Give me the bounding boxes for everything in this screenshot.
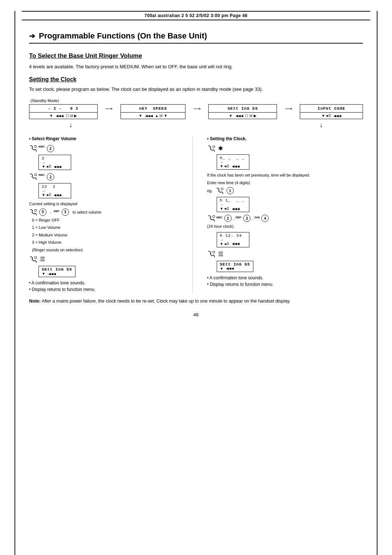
col-left-title: • Select Ringer Volume <box>29 136 185 141</box>
step-phone-key2-1: ABC 2 <box>29 145 185 152</box>
down-arrows-row: ↓ ↓ <box>29 121 363 129</box>
volume-item-1: 1 = Low Volume <box>32 224 185 231</box>
flow-spacer-1 <box>97 113 121 119</box>
volume-list: 0 = Ringer OFF 1 = Low Volume 2 = Medium… <box>32 217 185 253</box>
lcd-1-right-line2: → <box>220 160 246 164</box>
page-container: 700al australian 2 5 02 2/5/02 3:00 pm P… <box>0 11 392 555</box>
lcd-2-right-line1: h 1_ _ _ <box>220 198 246 203</box>
bullet-right-1: • A confirmation tone sounds. <box>207 275 363 280</box>
lcd-setting-line2-right: ▼ ◀◀◀ <box>220 267 250 271</box>
phone-icon-5 <box>207 145 215 152</box>
lcd-1-dots: ◀◀◀ <box>54 165 61 169</box>
phone-icon-8 <box>207 251 215 257</box>
lcd-1-line3: ▼◄0 ◀◀◀ <box>42 165 68 169</box>
flow-row-bottom: ▼ ◀◀◀ ☐ or ▶ ▼ ◀◀◀ ▲ or ▼ ▼ ◀◀◀ <box>29 113 363 119</box>
def-sup-3: DEF <box>236 216 241 221</box>
flow-diagram: (Standby Mode) - I - 0 I ⟶ nEY SPEEd ⟶ S… <box>29 98 363 129</box>
lcd-setting-line2-left: ▼ ◀◀◀ <box>42 272 72 276</box>
bullets-right: • A confirmation tone sounds. • Display … <box>207 275 363 287</box>
lcd-3-right-line2: → <box>220 238 246 242</box>
abc-superscript-2: ABC <box>38 173 45 178</box>
lcd-setting-left: SEtt InG b5 ▼ ◀◀◀ <box>38 266 75 277</box>
lcd-3-right-line3: ▼◄0 ◀◀◀ <box>220 242 246 246</box>
lcd-2-line1: 22 2 <box>42 185 68 189</box>
dash-separator: - <box>50 210 51 214</box>
step-phone-key2-2: ABC 2 <box>29 173 185 181</box>
lcd-2-right-dots: ◀◀◀ <box>232 207 240 211</box>
step-phone-menu-left: ☰ <box>29 256 185 263</box>
lcd-1-indicator: ▼◄0 <box>42 165 51 169</box>
svg-point-5 <box>221 188 223 190</box>
lcd-1-right: h_ _ _ _ → ▼◄0 ◀◀◀ <box>217 154 249 170</box>
lcd-3-right-dots: ◀◀◀ <box>232 242 240 246</box>
step-phone-menu-right: ☰ <box>207 251 363 258</box>
menu-icon-right: ☰ <box>218 251 223 258</box>
bullets-left: • A confirmation tone sounds. • Display … <box>29 280 185 292</box>
main-title-text: Programmable Functions (On the Base Unit… <box>39 31 207 41</box>
bullet-left-1: • A confirmation tone sounds. <box>29 280 185 285</box>
flow-cell-1-top: - I - 0 I <box>29 105 98 113</box>
flow-cell-4-bottom: ▼◄0 ◀◀◀ <box>300 113 363 119</box>
lcd-2-indicator: ▼◄0 <box>42 193 51 197</box>
note-body: After a mains power failure, the clock n… <box>41 299 290 304</box>
lcd-2-line3: ▼◄0 ◀◀◀ <box>42 193 68 197</box>
section2-body: To set clock, please program as below. T… <box>29 86 363 93</box>
lcd-2-left: 22 2 → ▼◄0 ◀◀◀ <box>38 183 71 198</box>
flow-cell-1-bottom: ▼ ◀◀◀ ☐ or ▶ <box>29 113 98 119</box>
abc-superscript-1: ABC <box>38 145 45 150</box>
two-column-layout: • Select Ringer Volume ABC 2 2 → <box>29 136 363 293</box>
step-phone-star: ✱ <box>207 145 363 152</box>
key-badge-0: 0 <box>39 208 46 216</box>
comma-2: , <box>252 216 253 220</box>
header-bar: 700al australian 2 5 02 2/5/02 3:00 pm P… <box>22 11 370 20</box>
note-text: Note: After a mains power failure, the c… <box>29 298 363 305</box>
lcd-3-right: h 12- 34 → ▼◄0 ◀◀◀ <box>217 232 249 247</box>
clock-set-text: If the clock has been set previously, ti… <box>207 172 363 178</box>
lcd-setting-indicator-right: ▼ <box>220 267 224 271</box>
bullet-right-2: • Display returns to function menu. <box>207 282 363 287</box>
to-select-text: to select volume <box>73 210 101 214</box>
menu-icon-left: ☰ <box>40 256 45 263</box>
star-icon: ✱ <box>218 145 223 152</box>
section1-title: To Select the Base Unit Ringer Volume <box>29 52 363 60</box>
down-arrow-left: ↓ <box>29 121 113 129</box>
key-badge-1: 1 <box>226 187 234 194</box>
lcd-1-line2: → <box>42 161 68 165</box>
enter-time-text: Enter new time (4 digits) <box>207 180 363 186</box>
lcd-2-right-indicator: ▼◄0 <box>220 207 229 211</box>
lcd-2-right: h 1_ _ _ → ▼◄0 ◀◀◀ <box>217 197 249 212</box>
svg-point-4 <box>213 146 215 148</box>
volume-item-3: 3 = High Volume <box>32 239 185 246</box>
flow-row-top: - I - 0 I ⟶ nEY SPEEd ⟶ SEtt InG b5 ⟶ In… <box>29 105 363 113</box>
flow-cell-3-top: SEtt InG b5 <box>209 105 277 113</box>
flow-spacer-2 <box>185 113 209 119</box>
phone-icon-4 <box>29 256 37 263</box>
lcd-2-right-line3: ▼◄0 ◀◀◀ <box>220 207 246 211</box>
svg-point-6 <box>213 215 215 218</box>
key-badge-2-r: 2 <box>224 215 232 222</box>
key-badge-4-r: 4 <box>261 215 269 222</box>
key-badge-2-1: 2 <box>47 145 54 152</box>
flow-table: - I - 0 I ⟶ nEY SPEEd ⟶ SEtt InG b5 ⟶ In… <box>29 104 363 119</box>
lcd-setting-dots-right: ◀◀◀ <box>226 267 234 270</box>
ghi-sup-4: GHI <box>254 216 260 221</box>
lcd-2-dots: ◀◀◀ <box>54 193 61 197</box>
lcd-1-right-indicator: ▼◄0 <box>220 164 229 168</box>
lcd-2-right-line2: → <box>220 203 246 207</box>
flow-cell-3-bottom: ▼ ◀◀◀ ☐ or ▶ <box>209 113 277 119</box>
col-right: • Setting the Clock. ✱ h_ _ _ _ → ▼◄0 ◀ <box>204 136 363 293</box>
col-right-title: • Setting the Clock. <box>207 136 363 141</box>
key-badge-2-2: 2 <box>47 173 54 181</box>
current-setting-text: Current setting is displayed <box>29 201 185 207</box>
flow-arrow-1: ⟶ <box>97 105 121 113</box>
lcd-setting-indicator-left: ▼ <box>42 272 45 276</box>
def-superscript: DEF <box>54 210 60 215</box>
down-arrow-spacer <box>113 121 196 129</box>
note-bold: Note: <box>29 299 41 304</box>
col-left: • Select Ringer Volume ABC 2 2 → <box>29 136 193 293</box>
side-line-right <box>377 11 377 555</box>
flow-arrow-3: ⟶ <box>277 105 300 113</box>
section2-title: Setting the Clock <box>29 76 363 83</box>
lcd-1-line1: 2 <box>42 156 68 161</box>
lcd-1-right-dots: ◀◀◀ <box>232 165 240 168</box>
